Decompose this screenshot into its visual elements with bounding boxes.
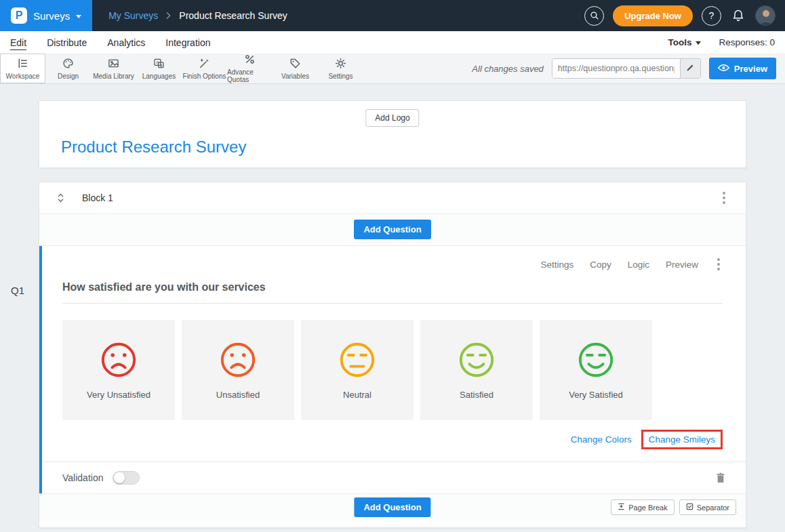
toolbar-item-label: Design	[58, 73, 79, 80]
rating-option-label: Very Unsatisfied	[87, 390, 150, 400]
rating-option-satisfied[interactable]: Satisfied	[420, 320, 533, 420]
topbar-actions: Upgrade Now ?	[584, 5, 785, 26]
block-card-bottom-padding	[39, 520, 746, 527]
question-text[interactable]: How satisfied are you with our services	[62, 281, 723, 304]
question-preview-link[interactable]: Preview	[666, 260, 698, 270]
chevron-right-icon	[166, 10, 171, 21]
delete-question-trash-icon[interactable]	[716, 472, 725, 483]
chevron-down-icon	[696, 41, 701, 45]
palette-icon	[62, 58, 74, 70]
eye-icon	[718, 64, 729, 74]
search-icon[interactable]	[584, 6, 604, 26]
validation-toggle[interactable]	[113, 471, 140, 485]
survey-url-input[interactable]	[552, 59, 680, 78]
main-tabs-bar: Edit Distribute Analytics Integration To…	[0, 31, 785, 54]
toolbar-item-workspace[interactable]: Workspace	[0, 54, 45, 83]
tab-edit[interactable]: Edit	[10, 37, 26, 48]
checkbox-check-icon	[686, 503, 693, 512]
help-icon[interactable]: ?	[702, 6, 721, 26]
breadcrumb: My Surveys Product Research Survey	[108, 10, 287, 21]
collapse-block-icon[interactable]	[57, 193, 64, 203]
breadcrumb-current-survey: Product Research Survey	[179, 10, 287, 21]
toolbar-item-design[interactable]: Design	[45, 54, 91, 83]
tabs-bar-right: Tools Responses: 0	[668, 37, 775, 47]
toolbar-item-finish-options[interactable]: Finish Options	[182, 54, 227, 83]
user-avatar[interactable]	[755, 5, 776, 26]
rating-option-label: Unsatisfied	[216, 390, 260, 400]
block-footer: Add Question Page Break Separator	[39, 493, 746, 520]
change-smileys-highlight-box: Change Smileys	[641, 430, 723, 449]
survey-title[interactable]: Product Research Survey	[61, 138, 246, 157]
toolbar-item-label: Languages	[142, 73, 176, 80]
question-copy-link[interactable]: Copy	[590, 260, 611, 270]
percent-icon	[244, 54, 256, 66]
add-question-button-top[interactable]: Add Question	[354, 220, 430, 239]
toolbar-item-languages[interactable]: A Languages	[136, 54, 182, 83]
block-menu-icon[interactable]	[720, 189, 728, 207]
rating-option-very-unsatisfied[interactable]: Very Unsatisfied	[62, 320, 175, 420]
question-body: Settings Copy Logic Preview How satisfie…	[42, 246, 746, 462]
gear-icon	[335, 58, 346, 70]
upgrade-now-button[interactable]: Upgrade Now	[613, 5, 693, 26]
change-smileys-link[interactable]: Change Smileys	[649, 434, 715, 445]
neutral-face-icon	[338, 341, 376, 379]
footer-right-buttons: Page Break Separator	[611, 499, 736, 515]
chevron-down-icon	[76, 15, 81, 18]
product-switcher[interactable]: P Surveys	[0, 0, 92, 31]
edit-url-button[interactable]	[680, 59, 700, 78]
block-title[interactable]: Block 1	[82, 192, 113, 203]
toolbar-item-settings[interactable]: Settings	[318, 54, 363, 83]
preview-button[interactable]: Preview	[709, 58, 776, 79]
frown-face-icon	[219, 341, 257, 379]
rating-option-very-satisfied[interactable]: Very Satisfied	[540, 320, 652, 420]
smile-face-icon	[577, 341, 615, 379]
block-card: Block 1 Add Question Settings Copy Logic…	[39, 182, 746, 528]
toolbar-item-label: Media Library	[93, 73, 134, 80]
tools-menu-label: Tools	[668, 37, 691, 47]
add-logo-button[interactable]: Add Logo	[365, 109, 419, 127]
validation-row: Validation	[42, 462, 746, 493]
toolbar-right: All changes saved Preview	[472, 54, 785, 83]
save-status-text: All changes saved	[472, 64, 544, 74]
question-menu-icon[interactable]	[714, 255, 723, 273]
pencil-icon	[686, 63, 695, 74]
page-break-button[interactable]: Page Break	[611, 499, 674, 515]
block-header: Block 1	[39, 182, 746, 214]
notifications-bell-icon[interactable]	[730, 6, 746, 26]
rating-option-unsatisfied[interactable]: Unsatisfied	[182, 320, 294, 420]
question-settings-link[interactable]: Settings	[540, 260, 573, 270]
separator-button[interactable]: Separator	[679, 499, 736, 515]
tools-menu[interactable]: Tools	[668, 37, 701, 47]
page-break-label: Page Break	[628, 504, 667, 512]
question-number-label: Q1	[11, 285, 24, 296]
tab-analytics[interactable]: Analytics	[107, 37, 145, 48]
toolbar-item-label: Settings	[328, 73, 353, 80]
survey-header-card: Add Logo Product Research Survey	[39, 100, 746, 168]
image-icon	[108, 58, 119, 70]
topbar: P Surveys My Surveys Product Research Su…	[0, 0, 785, 31]
smiley-config-links: Change Colors Change Smileys	[62, 430, 723, 449]
translate-icon: A	[153, 58, 165, 70]
rating-option-neutral[interactable]: Neutral	[301, 320, 414, 420]
survey-url-group	[552, 58, 701, 79]
magic-wand-icon	[199, 58, 210, 70]
frown-face-icon	[100, 341, 138, 379]
question-logic-link[interactable]: Logic	[628, 260, 649, 270]
toolbar-item-label: Advance Quotas	[227, 68, 273, 83]
tab-distribute[interactable]: Distribute	[47, 37, 87, 48]
tab-integration[interactable]: Integration	[165, 37, 210, 48]
add-question-row-top: Add Question	[39, 214, 746, 246]
toolbar-item-label: Workspace	[6, 73, 40, 80]
breadcrumb-my-surveys[interactable]: My Surveys	[108, 10, 158, 21]
toolbar-item-advance-quotas[interactable]: Advance Quotas	[227, 54, 273, 83]
change-colors-link[interactable]: Change Colors	[571, 434, 632, 445]
toolbar-item-label: Finish Options	[183, 73, 226, 80]
page-break-icon	[618, 503, 625, 512]
responses-count[interactable]: Responses: 0	[719, 37, 775, 47]
add-question-button-bottom[interactable]: Add Question	[354, 497, 430, 517]
product-menu-label: Surveys	[33, 10, 70, 22]
toolbar-item-media-library[interactable]: Media Library	[91, 54, 136, 83]
question-container: Settings Copy Logic Preview How satisfie…	[39, 246, 746, 493]
toolbar-item-variables[interactable]: Variables	[273, 54, 318, 83]
questionpro-logo: P	[11, 7, 27, 24]
